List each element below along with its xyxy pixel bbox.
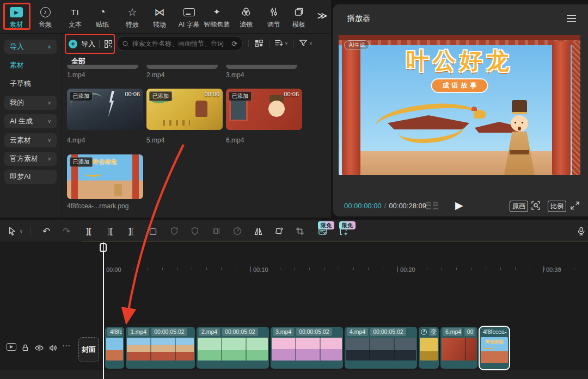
sidebar-item-official-material[interactable]: 官方素材 ∨ bbox=[4, 152, 57, 166]
figure-art bbox=[114, 184, 122, 196]
timeline-clip-1mp4[interactable]: 1.mp4 00:00:05:02 bbox=[126, 327, 195, 369]
dragon-head-art bbox=[474, 110, 486, 119]
playhead-line[interactable] bbox=[103, 243, 104, 379]
player-timecode: 00:00:00:00/00:00:28:09 bbox=[344, 202, 426, 210]
media-item-png[interactable]: 叶公好龙 已添加 bbox=[67, 154, 143, 199]
mute-track-icon[interactable] bbox=[48, 343, 58, 355]
clip-duration: 00 bbox=[464, 328, 475, 336]
media-item-name: 6.mp4 bbox=[226, 136, 244, 144]
freeze-frame-icon[interactable] bbox=[210, 226, 223, 237]
rotate-icon[interactable] bbox=[272, 226, 285, 237]
player-panel: 播放器 叶公好龙 成语故事 AI生成 00:00:00:00/00:00:28:… bbox=[333, 4, 588, 216]
import-button[interactable]: + 导入 bbox=[69, 36, 113, 51]
sliders-icon bbox=[259, 5, 289, 19]
qr-scan-icon[interactable] bbox=[103, 39, 113, 49]
text-tool-icon: TI bbox=[60, 5, 90, 19]
sort-icon[interactable]: ∨ bbox=[274, 38, 288, 48]
player-menu-icon[interactable] bbox=[567, 15, 576, 22]
ratio-button[interactable]: 比例 bbox=[548, 201, 566, 212]
play-button[interactable]: ▶ bbox=[455, 199, 463, 212]
tab-template[interactable]: 模板 bbox=[285, 5, 313, 31]
tab-adjust[interactable]: 调节 bbox=[259, 5, 289, 31]
capcut-editor-window: ▶ 素材 ♪ 音频 TI 文本 ◔ 贴纸 ☆ 特效 ⋈ 转场 bbox=[0, 0, 588, 379]
timeline-clip-3mp4[interactable]: 3.mp4 00:00:05:02 bbox=[271, 327, 343, 369]
sidebar-item-subdraft[interactable]: 子草稿 bbox=[4, 77, 57, 91]
clip-name: 1.mp4 bbox=[128, 328, 149, 336]
sidebar-item-material[interactable]: 素材 bbox=[4, 58, 57, 72]
split-icon[interactable]: ][ bbox=[82, 226, 95, 237]
header-separator bbox=[269, 40, 270, 47]
speed-icon[interactable] bbox=[231, 226, 244, 237]
split-keep-right-icon[interactable]: ][ bbox=[103, 226, 117, 237]
clip-name: 2.mp4 bbox=[199, 328, 220, 336]
record-voiceover-icon[interactable] bbox=[574, 226, 587, 237]
cover-button[interactable]: 封面 bbox=[78, 337, 99, 362]
flip-horizontal-icon[interactable] bbox=[252, 226, 265, 237]
fullscreen-icon[interactable] bbox=[569, 200, 580, 213]
toolbar-expand-icon[interactable]: ≫ bbox=[314, 10, 330, 22]
split-keep-left-icon[interactable]: ][ bbox=[125, 226, 138, 237]
sidebar-item-import[interactable]: 导入 ∧ bbox=[4, 40, 57, 54]
timeline-clip-6mp4[interactable]: 6.mp4 00 bbox=[440, 327, 477, 369]
roof-beam-art bbox=[339, 35, 580, 40]
original-quality-button[interactable]: 原画 bbox=[510, 201, 528, 212]
clip-name: 4.mp4 bbox=[347, 328, 368, 336]
thumbnail-partial[interactable] bbox=[67, 65, 138, 69]
grid-view-icon[interactable] bbox=[254, 38, 264, 48]
preview-zoom-icon[interactable] bbox=[530, 200, 541, 213]
timeline-clip-4mp4[interactable]: 4.mp4 00:00:05:02 bbox=[345, 327, 417, 369]
tab-text[interactable]: TI 文本 bbox=[60, 5, 90, 31]
sidebar-item-ai-generate[interactable]: AI 生成 ∨ bbox=[4, 114, 57, 128]
track-more-icon[interactable]: ⋯ bbox=[62, 341, 70, 351]
mask-icon[interactable] bbox=[188, 226, 201, 237]
thumbnail-partial[interactable] bbox=[146, 65, 218, 69]
sidebar-item-mine[interactable]: 我的 ∨ bbox=[4, 96, 57, 110]
timeline-ruler[interactable]: 00:00 00:10 00:20 00:30 bbox=[0, 243, 588, 254]
clip-name: 3.mp4 bbox=[273, 328, 294, 336]
sidebar-item-jimeng-ai[interactable]: 即梦AI bbox=[4, 170, 57, 184]
redo-icon[interactable]: ↷ bbox=[60, 226, 73, 237]
undo-icon[interactable]: ↶ bbox=[40, 226, 53, 237]
added-badge: 已添加 bbox=[229, 91, 252, 101]
cursor-dropdown-icon[interactable]: ∨ bbox=[17, 226, 25, 237]
filter-funnel-icon[interactable]: ∨ bbox=[298, 38, 313, 48]
clip-duration: 00:00:05:02 bbox=[151, 328, 187, 336]
crop-icon[interactable] bbox=[293, 226, 307, 237]
media-item-name: 4f8fccea-...rmark.png bbox=[67, 202, 128, 210]
timeline-clip-4f8fc[interactable]: 4f8fc bbox=[105, 327, 124, 369]
media-item-4mp4[interactable]: 已添加 00:06 bbox=[67, 89, 143, 130]
tab-transition[interactable]: ⋈ 转场 bbox=[144, 5, 175, 31]
media-item-name: 1.mp4 bbox=[67, 71, 85, 79]
clip-duration: 00:00:05:02 bbox=[222, 328, 258, 336]
thumbnail-partial[interactable] bbox=[226, 65, 297, 69]
tab-effects[interactable]: ☆ 特效 bbox=[117, 5, 148, 31]
smart-mask-ai-icon[interactable] bbox=[168, 226, 181, 237]
mirror-preview-icon[interactable] bbox=[426, 202, 438, 209]
sidebar-divider bbox=[61, 34, 62, 218]
sidebar-item-cloud-material[interactable]: 云素材 ∨ bbox=[4, 133, 57, 147]
subtitle-box-icon bbox=[183, 8, 195, 16]
ruler-ticks bbox=[103, 268, 588, 270]
tab-audio[interactable]: ♪ 音频 bbox=[30, 5, 60, 31]
timeline-clip-selected-png[interactable]: 4f8fccea-a7e 叶公好龙 bbox=[479, 326, 510, 370]
search-input[interactable] bbox=[132, 40, 228, 47]
timeline-clip-2mp4[interactable]: 2.mp4 00:00:05:02 bbox=[197, 327, 269, 369]
video-preview[interactable]: 叶公好龙 成语故事 AI生成 bbox=[339, 35, 580, 175]
delete-frame-icon[interactable]: ▢ bbox=[146, 226, 160, 237]
clip-name: 4f8fccea-a7e bbox=[482, 328, 507, 336]
lock-track-icon[interactable] bbox=[21, 343, 30, 355]
playhead-handle[interactable] bbox=[100, 243, 107, 252]
clip-name: 变速 bbox=[429, 328, 437, 336]
added-badge: 已添加 bbox=[70, 91, 93, 101]
toggle-visibility-icon[interactable] bbox=[34, 343, 44, 355]
added-badge: 已添加 bbox=[149, 91, 172, 101]
media-item-5mp4[interactable]: 已添加 00:06 bbox=[146, 89, 223, 130]
tab-filter[interactable]: 滤镜 bbox=[231, 5, 261, 31]
tab-sticker[interactable]: ◔ 贴纸 bbox=[87, 5, 118, 31]
refresh-icon[interactable]: ⟳ bbox=[231, 40, 237, 48]
media-item-6mp4[interactable]: 已添加 00:06 bbox=[226, 89, 302, 130]
tab-media[interactable]: ▶ 素材 bbox=[1, 5, 32, 31]
select-cursor-icon[interactable] bbox=[5, 226, 19, 237]
timeline-clip-speed[interactable]: 变速 bbox=[419, 327, 439, 369]
toolbar-separator bbox=[30, 227, 31, 235]
